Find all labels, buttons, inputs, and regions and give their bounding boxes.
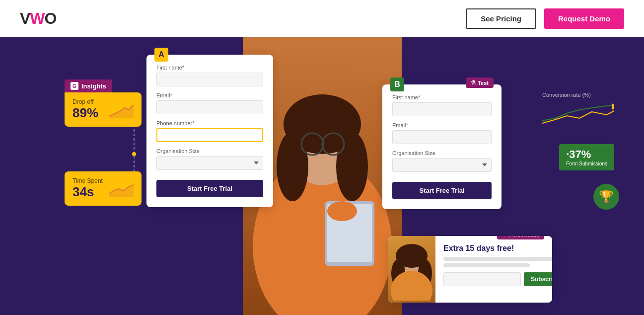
form-a-phone-label: Phone number* <box>156 120 263 126</box>
insights-card: G Insights Drop off 89% <box>65 79 142 127</box>
form-submissions-badge: ·37% Form Submissions <box>559 144 614 170</box>
form-submissions-percent: ·37% <box>566 148 607 161</box>
form-b-first-name-field: First name* <box>392 94 492 116</box>
drop-off-label: Drop off <box>72 98 98 105</box>
form-a-phone-field: Phone number* <box>156 120 263 142</box>
form-a-email-field: Email* <box>156 92 263 114</box>
logo-accent: W <box>30 9 44 27</box>
form-b-card: B ⚗ Test First name* Email* Organisation… <box>382 84 501 209</box>
drop-off-card: Drop off 89% <box>65 92 142 127</box>
form-a-org-label: Organisation Size <box>156 148 263 154</box>
header-actions: See Pricing Request Demo <box>466 8 624 29</box>
svg-point-4 <box>336 132 368 201</box>
conversion-chart-area <box>542 101 614 128</box>
svg-point-15 <box>132 152 136 156</box>
form-a-first-name-label: First name* <box>156 65 263 71</box>
personalize-badge: ⚙ Personalize <box>497 236 544 239</box>
personalize-card: ⚙ Personalize Extra 15 days free! <box>388 236 552 303</box>
see-pricing-button[interactable]: See Pricing <box>466 8 536 29</box>
personalize-text-line-2 <box>443 263 530 267</box>
insights-badge: G Insights <box>65 79 112 92</box>
form-b-org-field: Organisation Size 1-10 11-50 51-200 200+ <box>392 150 492 172</box>
form-a-first-name-input[interactable] <box>156 73 263 86</box>
main-section: G Insights Drop off 89% Time Spent 34s <box>0 37 644 315</box>
time-spent-value: 34s <box>72 184 103 200</box>
insights-label: Insights <box>81 82 106 90</box>
form-a-start-trial-button[interactable]: Start Free Trial <box>156 180 263 197</box>
insights-icon: G <box>71 82 78 90</box>
personalize-image <box>388 236 435 303</box>
time-spent-card: Time Spent 34s <box>65 171 142 206</box>
trophy-icon: 🏆 <box>599 190 614 204</box>
time-spent-label: Time Spent <box>72 177 103 184</box>
personalize-label: Personalize <box>509 236 539 237</box>
personalize-text-line-1 <box>443 257 552 261</box>
form-b-start-trial-button[interactable]: Start Free Trial <box>392 182 492 199</box>
form-a-card: A First name* Email* Phone number* Organ… <box>146 55 273 207</box>
form-b-first-name-label: First name* <box>392 94 492 100</box>
form-a-badge: A <box>154 48 168 62</box>
time-spent-text: Time Spent 34s <box>72 177 103 200</box>
form-a-org-field: Organisation Size 1-10 11-50 51-200 200+ <box>156 148 263 170</box>
form-a-first-name-field: First name* <box>156 65 263 86</box>
svg-marker-17 <box>612 103 614 110</box>
form-b-badge: B <box>390 78 404 91</box>
form-b-email-field: Email* <box>392 122 492 144</box>
header: VWO See Pricing Request Demo <box>0 0 644 37</box>
form-b-email-input[interactable] <box>392 130 492 144</box>
form-b-org-select[interactable]: 1-10 11-50 51-200 200+ <box>392 158 492 172</box>
form-a-phone-input[interactable] <box>156 128 263 142</box>
form-a-email-input[interactable] <box>156 100 263 114</box>
logo: VWO <box>20 9 56 28</box>
svg-point-3 <box>277 132 308 201</box>
personalize-email-input[interactable] <box>443 272 521 286</box>
drop-off-chart <box>109 101 134 118</box>
form-b-org-label: Organisation Size <box>392 150 492 156</box>
personalize-input-row: Subscribe <box>443 272 552 286</box>
drop-off-text: Drop off 89% <box>72 98 98 121</box>
form-a-email-label: Email* <box>156 92 263 98</box>
personalize-icon: ⚙ <box>502 236 507 237</box>
drop-off-value: 89% <box>72 105 98 121</box>
conversion-label: Conversion rate (%) <box>542 92 614 98</box>
time-spent-chart <box>109 180 134 197</box>
form-b-first-name-input[interactable] <box>392 102 492 116</box>
svg-marker-11 <box>109 105 134 118</box>
test-badge: ⚗ Test <box>466 78 494 88</box>
personalize-inner: Extra 15 days free! Subscribe <box>388 236 552 303</box>
conversion-chart: Conversion rate (%) <box>542 92 614 128</box>
trophy-badge: 🏆 <box>593 184 619 210</box>
svg-point-10 <box>327 201 357 221</box>
form-b-email-label: Email* <box>392 122 492 128</box>
form-a-org-select[interactable]: 1-10 11-50 51-200 200+ <box>156 156 263 170</box>
subscribe-button[interactable]: Subscribe <box>524 272 552 286</box>
test-label: Test <box>478 80 489 86</box>
personalize-content: Extra 15 days free! Subscribe <box>435 236 552 303</box>
personalize-title: Extra 15 days free! <box>443 244 552 253</box>
request-demo-button[interactable]: Request Demo <box>544 8 624 29</box>
test-icon: ⚗ <box>471 79 476 86</box>
form-submissions-label: Form Submissions <box>566 161 607 166</box>
